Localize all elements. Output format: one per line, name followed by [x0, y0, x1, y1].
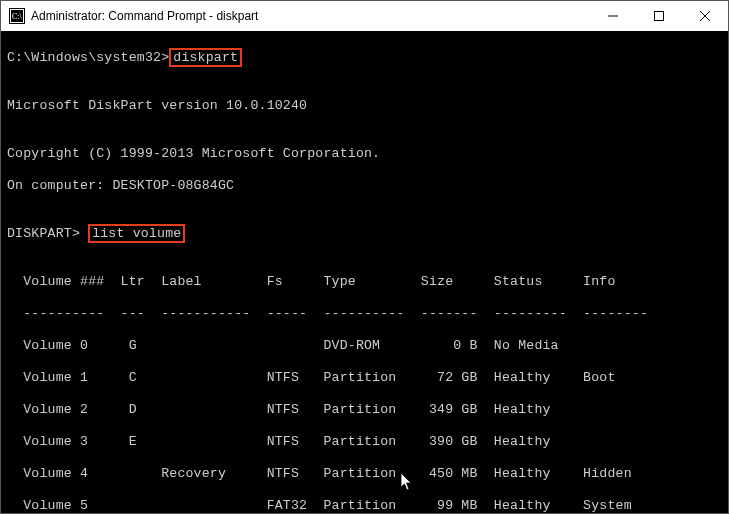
table-row: Volume 2 D NTFS Partition 349 GB Healthy	[7, 402, 722, 418]
table-header: Volume ### Ltr Label Fs Type Size Status…	[7, 274, 722, 290]
command-prompt-window: C:\ Administrator: Command Prompt - disk…	[0, 0, 729, 514]
path-prefix: C:\Windows\system32>	[7, 50, 169, 65]
computer-line: On computer: DESKTOP-08G84GC	[7, 178, 722, 194]
version-line: Microsoft DiskPart version 10.0.10240	[7, 98, 722, 114]
cmd-list-volume-highlight: list volume	[88, 224, 185, 243]
window-title: Administrator: Command Prompt - diskpart	[31, 9, 590, 23]
table-row: Volume 0 G DVD-ROM 0 B No Media	[7, 338, 722, 354]
maximize-button[interactable]	[636, 1, 682, 31]
table-row: Volume 5 FAT32 Partition 99 MB Healthy S…	[7, 498, 722, 514]
diskpart-prompt-line: DISKPART> list volume	[7, 226, 722, 242]
mouse-cursor-icon	[401, 473, 413, 491]
terminal-output[interactable]: C:\Windows\system32>diskpart Microsoft D…	[1, 31, 728, 513]
prompt-line: C:\Windows\system32>diskpart	[7, 50, 722, 66]
diskpart-prompt: DISKPART>	[7, 226, 88, 241]
minimize-button[interactable]	[590, 1, 636, 31]
copyright-line: Copyright (C) 1999-2013 Microsoft Corpor…	[7, 146, 722, 162]
table-row: Volume 1 C NTFS Partition 72 GB Healthy …	[7, 370, 722, 386]
svg-rect-5	[655, 12, 664, 21]
window-controls	[590, 1, 728, 31]
titlebar[interactable]: C:\ Administrator: Command Prompt - disk…	[1, 1, 728, 31]
cmd-icon: C:\	[9, 8, 25, 24]
close-button[interactable]	[682, 1, 728, 31]
cmd-diskpart-highlight: diskpart	[169, 48, 242, 67]
table-row: Volume 4 Recovery NTFS Partition 450 MB …	[7, 466, 722, 482]
table-divider: ---------- --- ----------- ----- -------…	[7, 306, 722, 322]
table-row: Volume 3 E NTFS Partition 390 GB Healthy	[7, 434, 722, 450]
svg-text:C:\: C:\	[12, 12, 23, 21]
